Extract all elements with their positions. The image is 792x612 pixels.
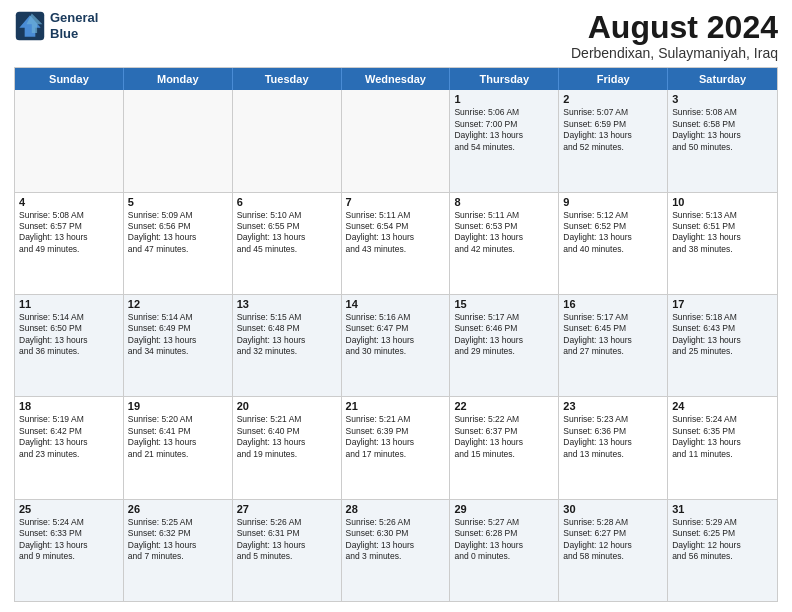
logo-icon	[14, 10, 46, 42]
page: General Blue August 2024 Derbendixan, Su…	[0, 0, 792, 612]
day-number: 10	[672, 196, 773, 208]
day-cell-11: 11Sunrise: 5:14 AMSunset: 6:50 PMDayligh…	[15, 295, 124, 396]
empty-cell	[342, 90, 451, 191]
calendar-row-4: 18Sunrise: 5:19 AMSunset: 6:42 PMDayligh…	[15, 396, 777, 498]
day-cell-12: 12Sunrise: 5:14 AMSunset: 6:49 PMDayligh…	[124, 295, 233, 396]
day-number: 4	[19, 196, 119, 208]
weekday-header-monday: Monday	[124, 68, 233, 90]
day-number: 25	[19, 503, 119, 515]
day-number: 17	[672, 298, 773, 310]
day-number: 27	[237, 503, 337, 515]
day-details: Sunrise: 5:24 AMSunset: 6:35 PMDaylight:…	[672, 414, 773, 460]
day-cell-13: 13Sunrise: 5:15 AMSunset: 6:48 PMDayligh…	[233, 295, 342, 396]
day-cell-26: 26Sunrise: 5:25 AMSunset: 6:32 PMDayligh…	[124, 500, 233, 601]
day-details: Sunrise: 5:09 AMSunset: 6:56 PMDaylight:…	[128, 210, 228, 256]
day-number: 24	[672, 400, 773, 412]
day-cell-19: 19Sunrise: 5:20 AMSunset: 6:41 PMDayligh…	[124, 397, 233, 498]
day-number: 20	[237, 400, 337, 412]
day-details: Sunrise: 5:26 AMSunset: 6:31 PMDaylight:…	[237, 517, 337, 563]
day-number: 14	[346, 298, 446, 310]
day-number: 15	[454, 298, 554, 310]
day-cell-22: 22Sunrise: 5:22 AMSunset: 6:37 PMDayligh…	[450, 397, 559, 498]
day-cell-7: 7Sunrise: 5:11 AMSunset: 6:54 PMDaylight…	[342, 193, 451, 294]
day-details: Sunrise: 5:17 AMSunset: 6:45 PMDaylight:…	[563, 312, 663, 358]
day-number: 23	[563, 400, 663, 412]
day-number: 13	[237, 298, 337, 310]
day-details: Sunrise: 5:21 AMSunset: 6:40 PMDaylight:…	[237, 414, 337, 460]
day-number: 8	[454, 196, 554, 208]
day-cell-10: 10Sunrise: 5:13 AMSunset: 6:51 PMDayligh…	[668, 193, 777, 294]
calendar-row-2: 4Sunrise: 5:08 AMSunset: 6:57 PMDaylight…	[15, 192, 777, 294]
day-cell-9: 9Sunrise: 5:12 AMSunset: 6:52 PMDaylight…	[559, 193, 668, 294]
day-details: Sunrise: 5:13 AMSunset: 6:51 PMDaylight:…	[672, 210, 773, 256]
day-details: Sunrise: 5:14 AMSunset: 6:49 PMDaylight:…	[128, 312, 228, 358]
weekday-header-wednesday: Wednesday	[342, 68, 451, 90]
day-number: 5	[128, 196, 228, 208]
weekday-header-friday: Friday	[559, 68, 668, 90]
day-details: Sunrise: 5:11 AMSunset: 6:54 PMDaylight:…	[346, 210, 446, 256]
header: General Blue August 2024 Derbendixan, Su…	[14, 10, 778, 61]
day-number: 3	[672, 93, 773, 105]
empty-cell	[15, 90, 124, 191]
month-title: August 2024	[571, 10, 778, 45]
day-number: 18	[19, 400, 119, 412]
day-number: 6	[237, 196, 337, 208]
day-cell-23: 23Sunrise: 5:23 AMSunset: 6:36 PMDayligh…	[559, 397, 668, 498]
day-details: Sunrise: 5:21 AMSunset: 6:39 PMDaylight:…	[346, 414, 446, 460]
day-number: 30	[563, 503, 663, 515]
weekday-header-thursday: Thursday	[450, 68, 559, 90]
day-cell-28: 28Sunrise: 5:26 AMSunset: 6:30 PMDayligh…	[342, 500, 451, 601]
day-details: Sunrise: 5:10 AMSunset: 6:55 PMDaylight:…	[237, 210, 337, 256]
day-details: Sunrise: 5:27 AMSunset: 6:28 PMDaylight:…	[454, 517, 554, 563]
day-cell-4: 4Sunrise: 5:08 AMSunset: 6:57 PMDaylight…	[15, 193, 124, 294]
day-details: Sunrise: 5:14 AMSunset: 6:50 PMDaylight:…	[19, 312, 119, 358]
day-details: Sunrise: 5:18 AMSunset: 6:43 PMDaylight:…	[672, 312, 773, 358]
day-number: 26	[128, 503, 228, 515]
day-details: Sunrise: 5:19 AMSunset: 6:42 PMDaylight:…	[19, 414, 119, 460]
day-details: Sunrise: 5:20 AMSunset: 6:41 PMDaylight:…	[128, 414, 228, 460]
day-details: Sunrise: 5:26 AMSunset: 6:30 PMDaylight:…	[346, 517, 446, 563]
day-number: 19	[128, 400, 228, 412]
day-number: 2	[563, 93, 663, 105]
day-cell-17: 17Sunrise: 5:18 AMSunset: 6:43 PMDayligh…	[668, 295, 777, 396]
weekday-header-saturday: Saturday	[668, 68, 777, 90]
day-cell-31: 31Sunrise: 5:29 AMSunset: 6:25 PMDayligh…	[668, 500, 777, 601]
day-cell-24: 24Sunrise: 5:24 AMSunset: 6:35 PMDayligh…	[668, 397, 777, 498]
day-details: Sunrise: 5:06 AMSunset: 7:00 PMDaylight:…	[454, 107, 554, 153]
weekday-header-sunday: Sunday	[15, 68, 124, 90]
day-cell-1: 1Sunrise: 5:06 AMSunset: 7:00 PMDaylight…	[450, 90, 559, 191]
logo-text: General Blue	[50, 10, 98, 41]
day-details: Sunrise: 5:16 AMSunset: 6:47 PMDaylight:…	[346, 312, 446, 358]
day-number: 1	[454, 93, 554, 105]
empty-cell	[233, 90, 342, 191]
day-number: 16	[563, 298, 663, 310]
day-cell-3: 3Sunrise: 5:08 AMSunset: 6:58 PMDaylight…	[668, 90, 777, 191]
calendar-body: 1Sunrise: 5:06 AMSunset: 7:00 PMDaylight…	[15, 90, 777, 601]
calendar-header: SundayMondayTuesdayWednesdayThursdayFrid…	[15, 68, 777, 90]
calendar-row-5: 25Sunrise: 5:24 AMSunset: 6:33 PMDayligh…	[15, 499, 777, 601]
day-details: Sunrise: 5:22 AMSunset: 6:37 PMDaylight:…	[454, 414, 554, 460]
title-block: August 2024 Derbendixan, Sulaymaniyah, I…	[571, 10, 778, 61]
day-cell-20: 20Sunrise: 5:21 AMSunset: 6:40 PMDayligh…	[233, 397, 342, 498]
day-cell-27: 27Sunrise: 5:26 AMSunset: 6:31 PMDayligh…	[233, 500, 342, 601]
day-cell-5: 5Sunrise: 5:09 AMSunset: 6:56 PMDaylight…	[124, 193, 233, 294]
empty-cell	[124, 90, 233, 191]
weekday-header-tuesday: Tuesday	[233, 68, 342, 90]
day-details: Sunrise: 5:28 AMSunset: 6:27 PMDaylight:…	[563, 517, 663, 563]
day-cell-8: 8Sunrise: 5:11 AMSunset: 6:53 PMDaylight…	[450, 193, 559, 294]
day-details: Sunrise: 5:29 AMSunset: 6:25 PMDaylight:…	[672, 517, 773, 563]
day-cell-30: 30Sunrise: 5:28 AMSunset: 6:27 PMDayligh…	[559, 500, 668, 601]
location: Derbendixan, Sulaymaniyah, Iraq	[571, 45, 778, 61]
day-cell-6: 6Sunrise: 5:10 AMSunset: 6:55 PMDaylight…	[233, 193, 342, 294]
day-number: 21	[346, 400, 446, 412]
day-number: 12	[128, 298, 228, 310]
calendar-row-3: 11Sunrise: 5:14 AMSunset: 6:50 PMDayligh…	[15, 294, 777, 396]
day-number: 22	[454, 400, 554, 412]
day-details: Sunrise: 5:12 AMSunset: 6:52 PMDaylight:…	[563, 210, 663, 256]
day-details: Sunrise: 5:07 AMSunset: 6:59 PMDaylight:…	[563, 107, 663, 153]
day-number: 9	[563, 196, 663, 208]
day-cell-14: 14Sunrise: 5:16 AMSunset: 6:47 PMDayligh…	[342, 295, 451, 396]
day-details: Sunrise: 5:08 AMSunset: 6:58 PMDaylight:…	[672, 107, 773, 153]
calendar-row-1: 1Sunrise: 5:06 AMSunset: 7:00 PMDaylight…	[15, 90, 777, 191]
day-cell-2: 2Sunrise: 5:07 AMSunset: 6:59 PMDaylight…	[559, 90, 668, 191]
